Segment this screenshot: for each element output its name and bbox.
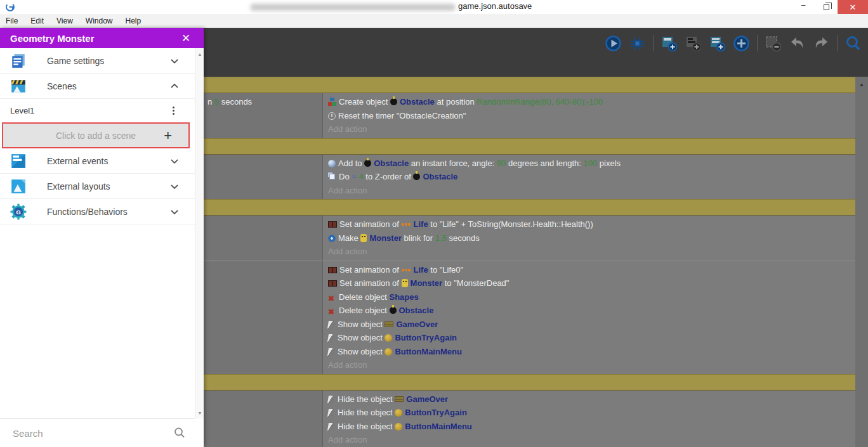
add-scene-button[interactable]: Click to add a scene +: [2, 122, 190, 148]
actions-column[interactable]: Hide the object GameOverHide the object …: [323, 391, 855, 447]
event-line[interactable]: Hide the object ButtonMainMenu: [328, 420, 855, 434]
add-action-link[interactable]: Add action: [328, 435, 367, 444]
remove-event-button[interactable]: [765, 35, 782, 52]
conditions-column[interactable]: [204, 155, 323, 200]
object-name: ButtonTryAgain: [395, 333, 457, 342]
title-bar: game.json.autosave – ✕: [0, 0, 868, 14]
scroll-down-icon[interactable]: ▼: [195, 408, 204, 417]
comment-bar[interactable]: [204, 138, 855, 155]
event-line[interactable]: Set animation of Life to "Life" + ToStri…: [328, 217, 855, 231]
event-line[interactable]: Make Monster blink for 1.5 seconds: [328, 231, 855, 245]
add-action-link[interactable]: Add action: [328, 124, 367, 134]
event-row[interactable]: Hide the object GameOverHide the object …: [204, 391, 855, 447]
event-line[interactable]: Delete object Shapes: [328, 290, 855, 304]
object-name: ButtonMainMenu: [405, 422, 471, 431]
event-line[interactable]: Add action: [328, 184, 855, 198]
object-name: Monster: [369, 233, 402, 243]
actions-column[interactable]: Set animation of Life to "Life" + ToStri…: [323, 216, 855, 261]
chevron-down-icon[interactable]: [169, 156, 180, 166]
actions-column[interactable]: Create object Obstacle at position Rando…: [323, 93, 855, 138]
scroll-up-icon[interactable]: ▲: [855, 79, 868, 89]
event-line[interactable]: Show object ButtonTryAgain: [328, 331, 855, 345]
minimize-button[interactable]: –: [792, 0, 815, 14]
add-action-link[interactable]: Add action: [328, 360, 367, 370]
event-sheet-scrollbar[interactable]: ▲: [855, 77, 868, 447]
scene-options-icon[interactable]: [170, 104, 177, 117]
event-line[interactable]: Hide the object ButtonTryAgain: [328, 406, 855, 420]
event-line[interactable]: Add action: [328, 245, 855, 259]
event-line[interactable]: Add to Obstacle an instant force, angle:…: [328, 157, 855, 171]
event-row[interactable]: n 5 secondsCreate object Obstacle at pos…: [204, 93, 855, 138]
add-action-link[interactable]: Add action: [328, 247, 367, 256]
chevron-down-icon[interactable]: [169, 181, 180, 191]
menu-file[interactable]: File: [0, 14, 24, 28]
event-text: 5: [214, 97, 219, 107]
event-line[interactable]: Add action: [328, 122, 855, 136]
menu-help[interactable]: Help: [119, 14, 148, 28]
project-title: Geometry Monster: [10, 33, 178, 44]
redo-button[interactable]: [813, 35, 830, 52]
event-row[interactable]: Set animation of Life to "Life0"Set anim…: [204, 261, 855, 374]
conditions-column[interactable]: [204, 216, 323, 261]
event-text: Hide the object: [338, 394, 395, 404]
restore-icon: [824, 4, 829, 10]
chevron-up-icon[interactable]: [169, 81, 180, 91]
preview-play-button[interactable]: [605, 35, 622, 52]
event-line[interactable]: Delete object Obstacle: [328, 304, 855, 318]
scroll-up-icon[interactable]: ▲: [195, 49, 204, 58]
menu-edit[interactable]: Edit: [24, 14, 50, 28]
restore-button[interactable]: [815, 0, 838, 14]
conditions-column[interactable]: [204, 391, 323, 447]
event-text: Show object: [338, 333, 385, 342]
event-row[interactable]: Add to Obstacle an instant force, angle:…: [204, 155, 855, 200]
menu-view[interactable]: View: [50, 14, 79, 28]
actions-column[interactable]: Add to Obstacle an instant force, angle:…: [323, 155, 855, 200]
section-external-events[interactable]: External events: [0, 148, 195, 174]
object-name: GameOver: [406, 394, 448, 404]
comment-bar[interactable]: [204, 199, 855, 216]
undo-button[interactable]: [789, 35, 806, 52]
chevron-down-icon[interactable]: [169, 56, 180, 66]
chevron-down-icon[interactable]: [169, 207, 180, 217]
event-line[interactable]: Do = 4 to Z-order of Obstacle: [328, 170, 855, 184]
event-line[interactable]: Set animation of Monster to "MonsterDead…: [328, 276, 855, 290]
add-action-link[interactable]: Add action: [328, 186, 367, 195]
menu-window[interactable]: Window: [79, 14, 119, 28]
event-line[interactable]: Add action: [328, 358, 855, 372]
debug-button[interactable]: [629, 35, 646, 52]
comment-bar[interactable]: [204, 77, 855, 93]
button-icon: [385, 348, 392, 356]
search-events-button[interactable]: [845, 35, 862, 52]
event-line[interactable]: Add action: [328, 433, 855, 447]
actions-column[interactable]: Set animation of Life to "Life0"Set anim…: [323, 261, 855, 374]
add-circle-button[interactable]: [733, 35, 750, 52]
add-event-button[interactable]: [661, 35, 678, 52]
comment-bar[interactable]: [204, 374, 855, 391]
conditions-column[interactable]: [204, 261, 323, 374]
close-button[interactable]: ✕: [838, 0, 868, 14]
event-row[interactable]: Set animation of Life to "Life" + ToStri…: [204, 216, 855, 261]
section-functions-behaviors[interactable]: G Functions/Behaviors: [0, 199, 195, 224]
event-line[interactable]: Hide the object GameOver: [328, 392, 855, 406]
event-line[interactable]: Show object GameOver: [328, 318, 855, 332]
event-text: Delete object: [339, 292, 390, 302]
event-text: Show object: [338, 320, 385, 329]
event-line[interactable]: Show object ButtonMainMenu: [328, 345, 855, 359]
event-line[interactable]: n 5 seconds: [207, 95, 322, 109]
panel-scrollbar[interactable]: ▲ ▼: [195, 48, 204, 418]
add-subevent-button[interactable]: [709, 35, 726, 52]
close-panel-icon[interactable]: ✕: [178, 32, 194, 45]
add-comment-button[interactable]: [685, 35, 702, 52]
external-layouts-icon: [10, 178, 27, 195]
event-line[interactable]: Set animation of Life to "Life0": [328, 263, 855, 277]
section-external-layouts[interactable]: External layouts: [0, 174, 195, 199]
delete-icon: [328, 305, 336, 313]
conditions-column[interactable]: n 5 seconds: [204, 93, 323, 138]
scene-item-level1[interactable]: Level1: [0, 99, 195, 122]
add-scene-label: Click to add a scene: [56, 131, 136, 141]
event-line[interactable]: Create object Obstacle at position Rando…: [328, 95, 855, 109]
section-game-settings[interactable]: Game settings: [0, 48, 195, 74]
section-scenes[interactable]: Scenes: [0, 74, 195, 99]
search-input[interactable]: [13, 428, 173, 439]
event-line[interactable]: Reset the timer "ObstacleCreation": [328, 109, 855, 123]
